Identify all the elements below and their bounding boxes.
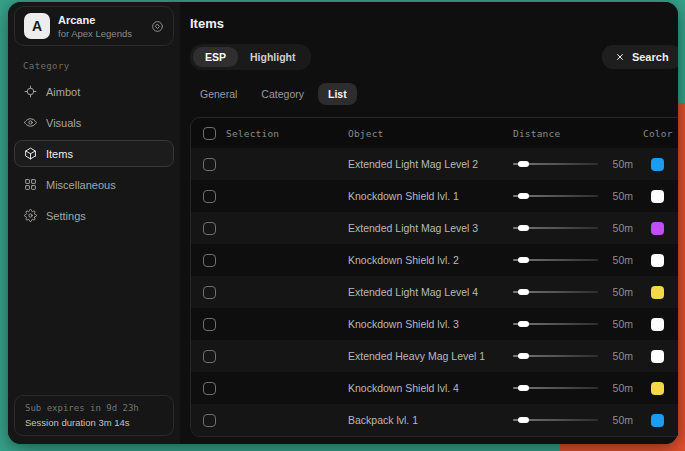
object-label: Knockdown Shield lvl. 3	[348, 318, 513, 330]
gear-icon	[24, 209, 37, 222]
color-swatch-blue[interactable]	[651, 158, 664, 171]
row-checkbox[interactable]	[203, 190, 216, 203]
sidebar-item-label: Miscellaneous	[46, 179, 116, 191]
crosshair-icon	[24, 85, 37, 98]
row-checkbox[interactable]	[203, 158, 216, 171]
sidebar-nav: Aimbot Visuals Items Miscellaneous Setti…	[14, 78, 174, 229]
app-window: A Arcane for Apex Legends Category Aimbo…	[8, 2, 678, 444]
sidebar-item-label: Aimbot	[46, 86, 80, 98]
view-tab-list[interactable]: List	[318, 83, 357, 105]
mode-tab-esp[interactable]: ESP	[193, 47, 238, 67]
distance-value: 50m	[613, 318, 633, 330]
color-swatch-yellow[interactable]	[651, 382, 664, 395]
page-title: Items	[190, 16, 678, 31]
close-icon	[615, 52, 625, 62]
toolbar: ESP Highlight Search	[190, 44, 678, 70]
table-row: Knockdown Shield lvl. 2 50m	[191, 244, 678, 276]
sidebar-item-label: Items	[46, 148, 73, 160]
row-checkbox[interactable]	[203, 286, 216, 299]
object-label: Knockdown Shield lvl. 2	[348, 254, 513, 266]
row-checkbox[interactable]	[203, 254, 216, 267]
color-swatch-yellow[interactable]	[651, 286, 664, 299]
row-checkbox[interactable]	[203, 222, 216, 235]
sub-expires-text: Sub expires in 9d 23h	[25, 403, 163, 413]
distance-slider[interactable]	[513, 163, 598, 165]
sidebar-item-visuals[interactable]: Visuals	[14, 109, 174, 136]
color-swatch-white[interactable]	[651, 318, 664, 331]
distance-value: 50m	[613, 254, 633, 266]
color-swatch-blue[interactable]	[651, 414, 664, 427]
select-all-checkbox[interactable]	[203, 127, 216, 140]
table-row: Extended Light Mag Level 4 50m	[191, 276, 678, 308]
sidebar-item-label: Settings	[46, 210, 86, 222]
sidebar-item-settings[interactable]: Settings	[14, 202, 174, 229]
app-title: Arcane	[58, 14, 132, 26]
object-label: Backpack lvl. 1	[348, 414, 513, 426]
search-button-label: Search	[632, 51, 669, 63]
distance-slider[interactable]	[513, 323, 598, 325]
table-body: Extended Light Mag Level 2 50m Knockdown…	[191, 148, 678, 436]
distance-slider[interactable]	[513, 387, 598, 389]
category-section-label: Category	[23, 61, 174, 71]
slider-thumb[interactable]	[518, 289, 529, 295]
slider-thumb[interactable]	[518, 225, 529, 231]
sidebar-item-miscellaneous[interactable]: Miscellaneous	[14, 171, 174, 198]
app-subtitle: for Apex Legends	[58, 28, 132, 39]
sidebar-item-items[interactable]: Items	[14, 140, 174, 167]
logo-card: A Arcane for Apex Legends	[14, 6, 174, 46]
grid-icon	[24, 178, 37, 191]
row-checkbox[interactable]	[203, 350, 216, 363]
eye-icon	[24, 116, 37, 129]
mode-tab-group: ESP Highlight	[190, 44, 311, 70]
table-row: Extended Heavy Mag Level 1 50m	[191, 340, 678, 372]
color-swatch-white[interactable]	[651, 350, 664, 363]
distance-value: 50m	[613, 382, 633, 394]
search-button[interactable]: Search	[602, 45, 678, 69]
object-label: Extended Heavy Mag Level 1	[348, 350, 513, 362]
object-label: Extended Light Mag Level 2	[348, 158, 513, 170]
sidebar: A Arcane for Apex Legends Category Aimbo…	[8, 2, 180, 444]
cube-icon	[24, 147, 37, 160]
table-row: Knockdown Shield lvl. 3 50m	[191, 308, 678, 340]
row-checkbox[interactable]	[203, 414, 216, 427]
distance-slider[interactable]	[513, 355, 598, 357]
column-header-distance: Distance	[513, 128, 643, 139]
distance-slider[interactable]	[513, 227, 598, 229]
distance-value: 50m	[613, 158, 633, 170]
distance-slider[interactable]	[513, 419, 598, 421]
slider-thumb[interactable]	[518, 385, 529, 391]
distance-value: 50m	[613, 190, 633, 202]
slider-thumb[interactable]	[518, 193, 529, 199]
color-swatch-purple[interactable]	[651, 222, 664, 235]
view-tab-group: General Category List	[190, 83, 678, 105]
table-row: Knockdown Shield lvl. 1 50m	[191, 180, 678, 212]
badge-icon[interactable]	[151, 20, 164, 33]
slider-thumb[interactable]	[518, 257, 529, 263]
object-label: Knockdown Shield lvl. 4	[348, 382, 513, 394]
mode-tab-highlight[interactable]: Highlight	[238, 47, 308, 67]
distance-slider[interactable]	[513, 195, 598, 197]
sidebar-item-aimbot[interactable]: Aimbot	[14, 78, 174, 105]
sidebar-item-label: Visuals	[46, 117, 81, 129]
view-tab-category[interactable]: Category	[251, 83, 314, 105]
distance-value: 50m	[613, 286, 633, 298]
column-header-color: Color	[643, 128, 673, 139]
table-row: Backpack lvl. 1 50m	[191, 404, 678, 436]
session-duration-text: Session duration 3m 14s	[25, 417, 163, 428]
table-header-row: Selection Object Distance Color	[191, 118, 678, 148]
row-checkbox[interactable]	[203, 382, 216, 395]
color-swatch-white[interactable]	[651, 254, 664, 267]
table-row: Knockdown Shield lvl. 4 50m	[191, 372, 678, 404]
object-label: Knockdown Shield lvl. 1	[348, 190, 513, 202]
distance-slider[interactable]	[513, 259, 598, 261]
row-checkbox[interactable]	[203, 318, 216, 331]
slider-thumb[interactable]	[518, 321, 529, 327]
slider-thumb[interactable]	[518, 417, 529, 423]
slider-thumb[interactable]	[518, 161, 529, 167]
main-panel: Items ESP Highlight Search General Categ…	[180, 2, 678, 444]
color-swatch-white[interactable]	[651, 190, 664, 203]
table-row: Extended Light Mag Level 3 50m	[191, 212, 678, 244]
slider-thumb[interactable]	[518, 353, 529, 359]
view-tab-general[interactable]: General	[190, 83, 247, 105]
distance-slider[interactable]	[513, 291, 598, 293]
